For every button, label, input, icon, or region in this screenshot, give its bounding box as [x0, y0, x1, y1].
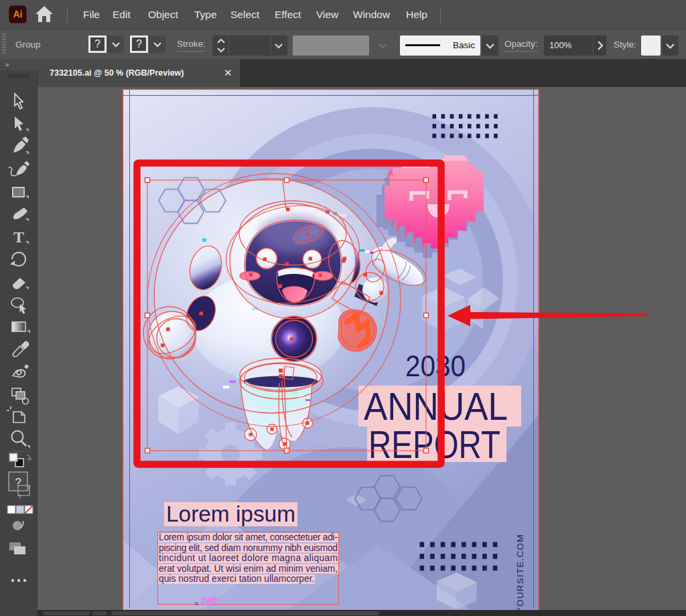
- svg-text:?: ?: [27, 485, 30, 491]
- svg-text:?: ?: [17, 493, 21, 500]
- svg-text:path: path: [202, 595, 219, 605]
- svg-text:quis nostrud exerci tation ull: quis nostrud exerci tation ullamcorper.: [159, 574, 314, 584]
- svg-text:tincidunt ut laoreet dolore ma: tincidunt ut laoreet dolore magna aliqua…: [159, 553, 338, 563]
- svg-text:2030: 2030: [405, 350, 466, 382]
- svg-text:T: T: [13, 228, 24, 246]
- svg-text:YOURSITE.COM: YOURSITE.COM: [515, 534, 525, 610]
- svg-text:REPORT: REPORT: [368, 423, 500, 466]
- svg-text:ANNUAL: ANNUAL: [364, 385, 508, 428]
- svg-text:Lorem ipsum dolor sit amet, co: Lorem ipsum dolor sit amet, consectetuer…: [159, 532, 338, 542]
- svg-text:Lorem ipsum: Lorem ipsum: [166, 502, 295, 526]
- svg-text:piscing elit, sed diam nonummy: piscing elit, sed diam nonummy nibh euis…: [159, 543, 338, 553]
- svg-text:erat volutpat. Ut wisi enim ad: erat volutpat. Ut wisi enim ad minim ven…: [159, 564, 338, 574]
